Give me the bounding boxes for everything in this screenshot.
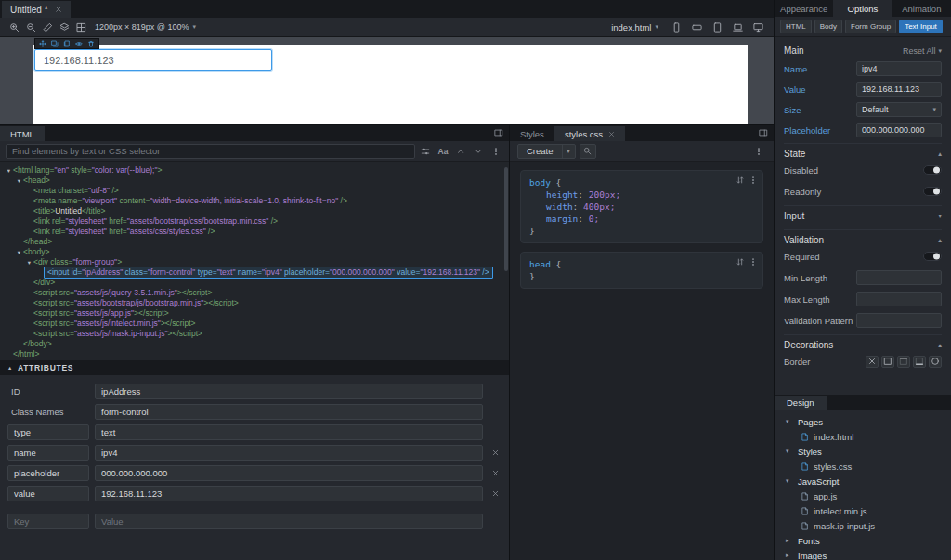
section-state[interactable]: State▴ (784, 143, 942, 163)
tree-node[interactable]: <script src="assets/js/mask.ip-input.js"… (0, 329, 509, 339)
copy-icon[interactable] (61, 39, 72, 48)
design-group-fonts[interactable]: ▸Fonts (775, 533, 951, 548)
expand-arrow-icon[interactable]: ▾ (5, 165, 13, 176)
breadcrumb-html[interactable]: HTML (780, 20, 812, 33)
rule-menu-icon[interactable] (749, 176, 758, 188)
create-rule-button[interactable]: Create ▾ (517, 144, 576, 159)
min-length-input[interactable] (856, 270, 942, 285)
design-group-images[interactable]: ▸Images (775, 548, 951, 560)
section-validation[interactable]: Validation▴ (784, 229, 942, 249)
tree-node[interactable]: <meta name="viewport" content="width=dev… (0, 196, 509, 206)
design-file-mask-ip-input-js[interactable]: mask.ip-input.js (775, 518, 951, 533)
attribute-value-input[interactable] (95, 445, 483, 461)
design-file-app-js[interactable]: app.js (775, 488, 951, 503)
dock-panel-icon[interactable] (494, 128, 503, 137)
laptop-preview-icon[interactable] (729, 19, 746, 35)
attribute-key-input[interactable] (7, 465, 89, 481)
tree-node[interactable]: <script src="assets/js/app.js"></script> (0, 308, 509, 319)
close-tab-icon[interactable] (55, 6, 62, 13)
placeholder-input[interactable] (856, 123, 942, 137)
tree-menu-icon[interactable] (489, 144, 503, 159)
expand-icon[interactable]: ▾ (938, 212, 942, 220)
expand-arrow-icon[interactable]: ▾ (786, 477, 793, 485)
match-case-button[interactable]: Aa (436, 144, 450, 159)
move-icon[interactable] (37, 39, 48, 48)
breadcrumb-form-group[interactable]: Form Group (845, 20, 896, 33)
tree-node[interactable]: <script src="assets/js/jquery-3.5.1.min.… (0, 288, 509, 298)
collapse-arrow-icon[interactable]: ▸ (786, 552, 793, 559)
page-canvas[interactable] (33, 45, 748, 124)
reset-all-button[interactable]: Reset All ▾ (903, 46, 942, 56)
tab-styles[interactable]: Styles (510, 126, 554, 141)
duplicate-icon[interactable] (49, 39, 60, 48)
viewport-size-dropdown[interactable]: 1200px × 819px @ 100% ▾ (95, 22, 196, 32)
chevron-down-icon[interactable]: ▾ (562, 144, 575, 159)
canvas-ip-input[interactable] (34, 49, 272, 71)
collapse-icon[interactable]: ▴ (938, 150, 942, 158)
expand-arrow-icon[interactable]: ▾ (786, 448, 793, 455)
css-declaration[interactable]: margin: 0; (529, 213, 754, 225)
design-group-styles[interactable]: ▾Styles (775, 444, 951, 459)
attribute-value-input[interactable] (95, 384, 483, 399)
attribute-value-input[interactable] (95, 486, 483, 501)
collapse-arrow-icon[interactable]: ▸ (786, 537, 793, 544)
remove-attribute-icon[interactable] (489, 469, 502, 477)
css-selector[interactable]: head (529, 259, 551, 269)
tree-node-selected[interactable]: <input id="ipAddress" class="form-contro… (0, 267, 509, 278)
tree-node[interactable]: <meta charset="utf-8" /> (0, 186, 509, 196)
phone-preview-icon[interactable] (668, 19, 684, 35)
rule-menu-icon[interactable] (749, 257, 758, 269)
design-panel-tab[interactable]: Design (775, 396, 827, 410)
border-bottom-icon[interactable] (913, 356, 926, 368)
remove-attribute-icon[interactable] (489, 489, 502, 498)
reorder-rule-icon[interactable] (736, 176, 745, 188)
attribute-key-input[interactable] (7, 486, 89, 501)
tab-options[interactable]: Options (833, 0, 892, 17)
border-radius-icon[interactable] (929, 356, 942, 368)
required-toggle[interactable] (923, 252, 942, 261)
tree-node[interactable]: <script src="assets/bootstrap/js/bootstr… (0, 298, 509, 308)
expand-arrow-icon[interactable]: ▾ (786, 418, 793, 425)
section-input[interactable]: Input▾ (784, 205, 942, 225)
page-selector-dropdown[interactable]: index.html ▾ (611, 22, 658, 33)
expand-arrow-icon[interactable]: ▾ (15, 176, 23, 186)
new-attribute-key-input[interactable] (7, 514, 89, 529)
new-attribute-value-input[interactable] (95, 514, 483, 529)
styles-menu-icon[interactable] (751, 144, 766, 159)
collapse-icon[interactable]: ▴ (938, 341, 942, 349)
css-rule-card[interactable]: head {} (520, 252, 763, 289)
zoom-in-icon[interactable] (6, 19, 22, 35)
tab-animation[interactable]: Animation (892, 0, 951, 17)
element-search-input[interactable] (6, 144, 415, 159)
tree-node[interactable]: <link rel="stylesheet" href="assets/boot… (0, 216, 509, 227)
breadcrumb-body[interactable]: Body (814, 20, 842, 33)
phone-landscape-preview-icon[interactable] (688, 19, 705, 35)
tree-node[interactable]: </html> (0, 349, 509, 359)
tree-node[interactable]: </head> (0, 237, 509, 247)
disabled-toggle[interactable] (923, 165, 942, 175)
size-select[interactable]: Default▾ (856, 102, 942, 117)
css-selector[interactable]: body (529, 177, 551, 188)
design-file-styles-css[interactable]: styles.css (775, 459, 951, 474)
attribute-key-input[interactable] (7, 424, 89, 440)
css-declaration[interactable]: height: 200px; (529, 189, 754, 201)
tree-node[interactable]: ▾<head> (0, 176, 509, 186)
tab-html[interactable]: HTML (0, 126, 45, 141)
grid-icon[interactable] (72, 19, 89, 35)
tree-node[interactable]: <link rel="stylesheet" href="assets/css/… (0, 227, 509, 237)
section-decorations[interactable]: Decorations▴ (784, 334, 942, 354)
design-file-index-html[interactable]: index.html (775, 429, 951, 444)
tree-scrollbar[interactable] (504, 167, 508, 271)
eye-icon[interactable] (73, 39, 85, 48)
tab-styles-css[interactable]: styles.css (554, 126, 625, 141)
layers-icon[interactable] (56, 19, 72, 35)
css-rule-card[interactable]: body {height: 200px;width: 400px;margin:… (520, 170, 763, 243)
attributes-header[interactable]: ▴ ATTRIBUTES (0, 360, 509, 375)
previous-match-icon[interactable] (453, 144, 468, 159)
tree-node[interactable]: <title>Untitled</title> (0, 206, 509, 216)
design-group-pages[interactable]: ▾Pages (775, 414, 951, 429)
desktop-preview-icon[interactable] (749, 19, 766, 35)
breadcrumb-text-input[interactable]: Text Input (899, 20, 943, 33)
name-input[interactable] (856, 61, 942, 76)
tree-node[interactable]: </div> (0, 278, 509, 288)
